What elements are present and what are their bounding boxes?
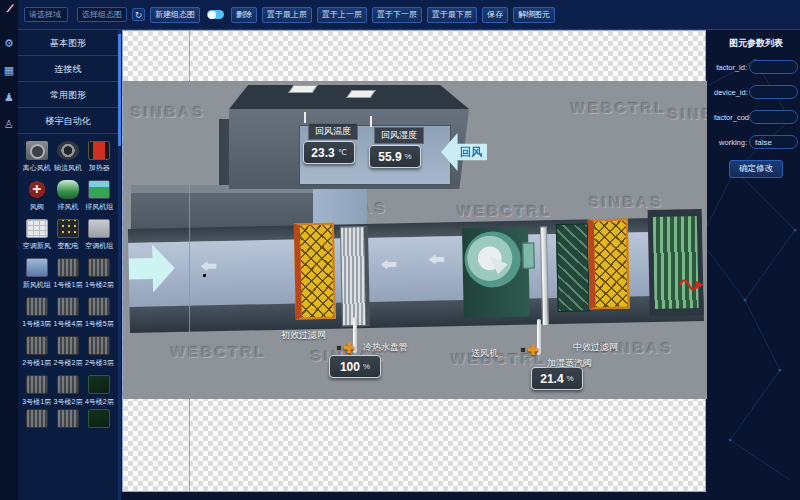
- valve-actuator: [336, 345, 342, 351]
- palette-item[interactable]: 3号楼2层: [53, 375, 82, 407]
- palette-item[interactable]: 空调机组: [85, 219, 114, 251]
- steam-valve-icon[interactable]: ✚: [527, 343, 539, 357]
- rail-icon[interactable]: ⚙: [4, 38, 14, 49]
- palette-item-label: 风阀: [30, 202, 44, 212]
- field-label: device_id:: [714, 88, 749, 97]
- medium-filter[interactable]: [588, 219, 630, 310]
- return-humidity-value[interactable]: 55.9 %: [369, 145, 421, 168]
- toolbar-button[interactable]: 置于最上层: [262, 7, 312, 23]
- palette-partial-row: [18, 409, 118, 428]
- palette-item[interactable]: 空调新风: [22, 219, 51, 251]
- palette-item[interactable]: 2号楼3层: [85, 336, 114, 368]
- outlet-flow-arrow: [679, 277, 705, 293]
- category-header[interactable]: 楼宇自动化: [18, 108, 118, 134]
- new-diagram-button[interactable]: 新建组态图: [150, 7, 200, 23]
- component-palette: 离心风机 轴流风机 加热器 风阀: [18, 134, 118, 407]
- palette-item[interactable]: [53, 409, 82, 428]
- steam-value-number: 21.4: [540, 372, 563, 386]
- palette-item-label: 4号楼2层: [85, 397, 114, 407]
- palette-item[interactable]: 1号楼2层: [85, 258, 114, 290]
- main-air-duct[interactable]: [128, 209, 704, 343]
- palette-item-label: 1号楼2层: [85, 280, 114, 290]
- hvac-diagram[interactable]: SINBASWEBCTRLSINBASSINBASWEBCTRLSINBASWE…: [123, 81, 707, 399]
- device-id-input[interactable]: [749, 85, 798, 99]
- factor-id-input[interactable]: [749, 60, 798, 74]
- palette-item[interactable]: 排风机: [53, 180, 82, 212]
- palette-item-label: 变配电: [57, 241, 78, 251]
- palette-item[interactable]: 变配电: [53, 219, 82, 251]
- palette-item-label: 1号楼5层: [85, 319, 114, 329]
- rail-icon[interactable]: ▦: [4, 65, 14, 76]
- humidity-unit: %: [405, 152, 412, 161]
- category-header[interactable]: 连接线: [18, 56, 118, 82]
- palette-item-icon: [88, 409, 110, 428]
- palette-item-label: 1号楼1层: [54, 280, 83, 290]
- refresh-icon[interactable]: ↻: [132, 8, 145, 21]
- palette-item[interactable]: 4号楼2层: [85, 375, 114, 407]
- palette-item[interactable]: 1号楼4层: [53, 297, 82, 329]
- coil-value-number: 100: [340, 360, 360, 374]
- primary-filter[interactable]: [294, 223, 336, 320]
- palette-item[interactable]: 2号楼2层: [53, 336, 82, 368]
- palette-item[interactable]: 3号楼1层: [22, 375, 51, 407]
- factor-code-input[interactable]: [749, 110, 798, 124]
- field-label: factor_cod: [714, 113, 749, 122]
- palette-item[interactable]: 排风机组: [85, 180, 114, 212]
- toolbar-button[interactable]: 解绑图元: [513, 7, 555, 23]
- palette-item[interactable]: 风阀: [22, 180, 51, 212]
- palette-item[interactable]: [22, 409, 51, 428]
- water-coil-label: 冷热水盘管: [363, 341, 408, 354]
- palette-item-icon: [88, 336, 110, 355]
- steam-valve-label: 加湿蒸汽阀: [547, 357, 592, 370]
- coil-valve-value[interactable]: 100 %: [329, 355, 381, 378]
- domain-select-input[interactable]: [24, 7, 68, 22]
- working-input[interactable]: [749, 135, 798, 149]
- palette-item[interactable]: 1号楼3层: [22, 297, 51, 329]
- selection-handle[interactable]: [203, 274, 206, 277]
- toolbar-button[interactable]: 保存: [482, 7, 508, 23]
- outlet-coil-block[interactable]: [648, 209, 704, 316]
- toolbar-button[interactable]: 删除: [231, 7, 257, 23]
- palette-item[interactable]: 2号楼1层: [22, 336, 51, 368]
- canvas-guideline[interactable]: [189, 31, 190, 491]
- coil-valve-icon[interactable]: ✚: [343, 341, 355, 355]
- sidebar-scrollbar-thumb[interactable]: [118, 34, 121, 146]
- palette-item[interactable]: 1号楼1层: [53, 258, 82, 290]
- watermark-text: SINBAS: [668, 105, 707, 122]
- palette-item-label: 轴流风机: [54, 163, 82, 173]
- watermark-text: SINBAS: [131, 103, 206, 120]
- palette-item[interactable]: 轴流风机: [53, 141, 82, 173]
- scada-editor-app: ∕∕∕ ⚙▦♟♙ ↻ 新建组态图 删除置于最上层置于上一层置于下一层置于最下层保…: [0, 0, 800, 500]
- humidity-number: 55.9: [378, 150, 401, 164]
- palette-item[interactable]: [85, 409, 114, 428]
- palette-item[interactable]: 加热器: [85, 141, 114, 173]
- steam-value-unit: %: [567, 374, 574, 383]
- confirm-modify-button[interactable]: 确定修改: [729, 160, 783, 178]
- rail-icon[interactable]: ♙: [4, 119, 14, 130]
- coil-value-unit: %: [363, 362, 370, 371]
- component-sidebar: 基本图形连接线常用图形楼宇自动化 离心风机 轴流风机 加热器: [18, 30, 118, 500]
- steam-valve-value[interactable]: 21.4 %: [531, 367, 583, 390]
- palette-item[interactable]: 离心风机: [22, 141, 51, 173]
- return-temp-value[interactable]: 23.3 ℃: [303, 141, 355, 164]
- palette-item-label: 2号楼2层: [54, 358, 83, 368]
- water-coil[interactable]: [340, 226, 370, 327]
- temp-number: 23.3: [311, 146, 334, 160]
- category-header[interactable]: 常用图形: [18, 82, 118, 108]
- toolbar-button-group: 删除置于最上层置于上一层置于下一层置于最下层保存解绑图元: [231, 7, 555, 23]
- toolbar-button[interactable]: 置于最下层: [427, 7, 477, 23]
- parameter-panel: 图元参数列表 factor_id: device_id: factor_cod …: [712, 30, 800, 500]
- category-header[interactable]: 基本图形: [18, 30, 118, 56]
- palette-item[interactable]: 新风机组: [22, 258, 51, 290]
- palette-item-icon: [57, 180, 79, 199]
- watermark-text: WEBCTRL: [571, 99, 667, 116]
- rail-icon[interactable]: ♟: [4, 92, 14, 103]
- palette-item[interactable]: 1号楼5层: [85, 297, 114, 329]
- toolbar-button[interactable]: 置于上一层: [317, 7, 367, 23]
- diagram-select-input[interactable]: [77, 7, 127, 22]
- toolbar-button[interactable]: 置于下一层: [372, 7, 422, 23]
- palette-item-label: 2号楼1层: [22, 358, 51, 368]
- edit-mode-toggle[interactable]: [207, 10, 224, 19]
- humidifier-panel[interactable]: [556, 223, 590, 312]
- design-canvas[interactable]: SINBASWEBCTRLSINBASSINBASWEBCTRLSINBASWE…: [122, 30, 706, 492]
